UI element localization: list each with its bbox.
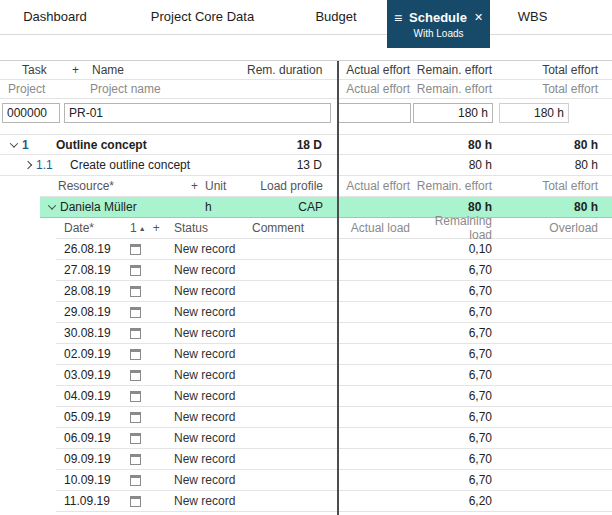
date-value: 29.08.19 bbox=[64, 305, 130, 319]
col-status: Status bbox=[174, 221, 252, 235]
col-resource: Resource* bbox=[58, 179, 191, 193]
tab-wbs[interactable]: WBS bbox=[490, 0, 575, 34]
status-value: New record bbox=[174, 263, 337, 277]
status-value: New record bbox=[174, 305, 337, 319]
table-row[interactable]: 02.09.19 New record 6,70 bbox=[56, 344, 612, 365]
col-project: Project bbox=[8, 82, 90, 96]
table-row[interactable]: 06.09.19 New record 6,70 bbox=[56, 428, 612, 449]
remaining-load-value: 6,70 bbox=[413, 389, 495, 403]
tab-bar: Dashboard Project Core Data Budget ≡ Sch… bbox=[0, 0, 612, 48]
add-resource-icon[interactable]: + bbox=[191, 179, 205, 193]
table-row[interactable]: 04.09.19 New record 6,70 bbox=[56, 386, 612, 407]
calendar-icon[interactable] bbox=[130, 475, 141, 486]
tab-schedule[interactable]: ≡ Schedule ✕ With Loads bbox=[387, 0, 490, 48]
tab-dashboard[interactable]: Dashboard bbox=[0, 0, 110, 34]
date-value: 26.08.19 bbox=[64, 242, 130, 256]
tab-project-core-data[interactable]: Project Core Data bbox=[110, 0, 295, 34]
project-remain-effort-input[interactable] bbox=[413, 103, 493, 123]
tab-budget[interactable]: Budget bbox=[295, 0, 377, 34]
status-value: New record bbox=[174, 473, 337, 487]
project-id-input[interactable] bbox=[2, 103, 60, 123]
calendar-icon[interactable] bbox=[130, 391, 141, 402]
add-date-icon[interactable]: + bbox=[153, 221, 160, 235]
add-task-icon[interactable]: + bbox=[72, 63, 92, 77]
remaining-load-value: 6,70 bbox=[413, 263, 495, 277]
chevron-down-icon[interactable] bbox=[6, 142, 22, 148]
task-total-effort: 80 h bbox=[495, 158, 612, 172]
remaining-load-value: 6,70 bbox=[413, 473, 495, 487]
status-value: New record bbox=[174, 242, 337, 256]
table-row[interactable]: 11.09.19 New record 6,20 bbox=[56, 491, 612, 512]
project-name-input[interactable] bbox=[64, 103, 331, 123]
chevron-right-icon[interactable] bbox=[20, 162, 36, 168]
remaining-load-value: 6,70 bbox=[413, 410, 495, 424]
col-project-name: Project name bbox=[90, 82, 337, 96]
col-remain-effort-sub: Remain. effort bbox=[413, 82, 495, 96]
date-value: 27.08.19 bbox=[64, 263, 130, 277]
project-input-row: 180 h bbox=[0, 99, 612, 126]
sort-ascending-icon[interactable]: ▲ bbox=[139, 225, 146, 232]
task-total-effort: 80 h bbox=[495, 138, 612, 152]
resource-row[interactable]: Daniela Müller h CAP 80 h 80 h bbox=[40, 197, 612, 218]
table-row[interactable]: 28.08.19 New record 6,70 bbox=[56, 281, 612, 302]
col-rem-duration: Rem. duration bbox=[247, 63, 337, 77]
remaining-load-value: 6,70 bbox=[413, 347, 495, 361]
date-value: 30.08.19 bbox=[64, 326, 130, 340]
col-total-effort-sub: Total effort bbox=[495, 82, 612, 96]
table-row[interactable]: 09.09.19 New record 6,70 bbox=[56, 449, 612, 470]
schedule-table: Task + Name Rem. duration Actual effort … bbox=[0, 60, 612, 515]
calendar-icon[interactable] bbox=[130, 412, 141, 423]
hamburger-menu-icon[interactable]: ≡ bbox=[394, 10, 402, 26]
project-total-effort-value: 180 h bbox=[499, 103, 569, 123]
calendar-icon[interactable] bbox=[130, 286, 141, 297]
table-row[interactable]: 29.08.19 New record 6,70 bbox=[56, 302, 612, 323]
status-value: New record bbox=[174, 326, 337, 340]
task-id[interactable]: 1 bbox=[22, 138, 56, 152]
task-name: Create outline concept bbox=[70, 158, 247, 172]
close-icon[interactable]: ✕ bbox=[474, 11, 483, 24]
date-value: 03.09.19 bbox=[64, 368, 130, 382]
calendar-icon[interactable] bbox=[130, 433, 141, 444]
column-group-divider bbox=[337, 61, 339, 515]
load-rows-container: 26.08.19 New record 0,10 27.08.19 New re… bbox=[0, 239, 612, 512]
calendar-icon[interactable] bbox=[130, 454, 141, 465]
col-name: Name bbox=[92, 63, 247, 77]
project-header-row: Project Project name Actual effort Remai… bbox=[0, 80, 612, 99]
resource-remain-effort: 80 h bbox=[413, 200, 495, 214]
table-row[interactable]: 05.09.19 New record 6,70 bbox=[56, 407, 612, 428]
calendar-icon[interactable] bbox=[130, 370, 141, 381]
col-actual-load: Actual load bbox=[337, 221, 413, 235]
date-value: 10.09.19 bbox=[64, 473, 130, 487]
tab-schedule-label: Schedule bbox=[409, 10, 467, 25]
remaining-load-value: 6,70 bbox=[413, 284, 495, 298]
tab-schedule-sublabel: With Loads bbox=[413, 28, 463, 39]
col-unit: Unit bbox=[205, 179, 253, 193]
status-value: New record bbox=[174, 284, 337, 298]
calendar-icon[interactable] bbox=[130, 265, 141, 276]
table-row[interactable]: 03.09.19 New record 6,70 bbox=[56, 365, 612, 386]
table-row[interactable]: 27.08.19 New record 6,70 bbox=[56, 260, 612, 281]
chevron-down-icon[interactable] bbox=[44, 204, 60, 210]
date-value: 28.08.19 bbox=[64, 284, 130, 298]
table-row[interactable]: 26.08.19 New record 0,10 bbox=[56, 239, 612, 260]
resource-name: Daniela Müller bbox=[60, 200, 205, 214]
col-remain-effort-res: Remain. effort bbox=[413, 179, 495, 193]
task-name: Outline concept bbox=[56, 138, 247, 152]
calendar-icon[interactable] bbox=[130, 328, 141, 339]
date-value: 05.09.19 bbox=[64, 410, 130, 424]
project-actual-effort-input[interactable] bbox=[337, 103, 411, 123]
sort-order-number[interactable]: 1 bbox=[130, 221, 137, 235]
task-row[interactable]: 1.1 Create outline concept 13 D 80 h 80 … bbox=[0, 155, 612, 176]
status-value: New record bbox=[174, 389, 337, 403]
task-row[interactable]: 1 Outline concept 18 D 80 h 80 h bbox=[0, 134, 612, 155]
table-row[interactable]: 10.09.19 New record 6,70 bbox=[56, 470, 612, 491]
status-value: New record bbox=[174, 410, 337, 424]
calendar-icon[interactable] bbox=[130, 349, 141, 360]
task-id[interactable]: 1.1 bbox=[36, 158, 70, 172]
table-row[interactable]: 30.08.19 New record 6,70 bbox=[56, 323, 612, 344]
remaining-load-value: 0,10 bbox=[413, 242, 495, 256]
calendar-icon[interactable] bbox=[130, 307, 141, 318]
calendar-icon[interactable] bbox=[130, 496, 141, 507]
date-value: 04.09.19 bbox=[64, 389, 130, 403]
calendar-icon[interactable] bbox=[130, 244, 141, 255]
